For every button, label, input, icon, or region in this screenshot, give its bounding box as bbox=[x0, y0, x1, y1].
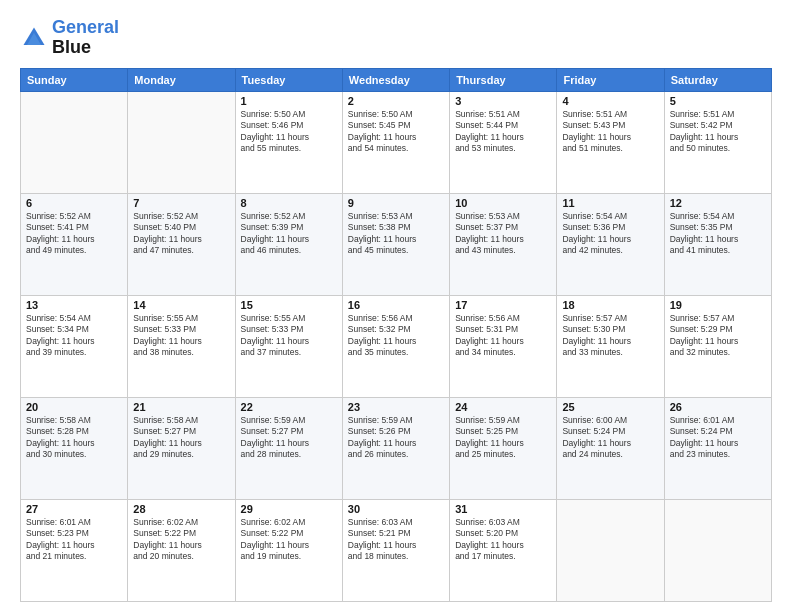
day-info: Sunrise: 5:53 AM Sunset: 5:37 PM Dayligh… bbox=[455, 211, 551, 257]
day-info: Sunrise: 5:55 AM Sunset: 5:33 PM Dayligh… bbox=[241, 313, 337, 359]
calendar-table: SundayMondayTuesdayWednesdayThursdayFrid… bbox=[20, 68, 772, 602]
day-info: Sunrise: 5:54 AM Sunset: 5:36 PM Dayligh… bbox=[562, 211, 658, 257]
calendar-cell: 21Sunrise: 5:58 AM Sunset: 5:27 PM Dayli… bbox=[128, 397, 235, 499]
day-info: Sunrise: 5:56 AM Sunset: 5:31 PM Dayligh… bbox=[455, 313, 551, 359]
day-info: Sunrise: 5:59 AM Sunset: 5:25 PM Dayligh… bbox=[455, 415, 551, 461]
day-number: 10 bbox=[455, 197, 551, 209]
calendar-cell: 9Sunrise: 5:53 AM Sunset: 5:38 PM Daylig… bbox=[342, 193, 449, 295]
day-info: Sunrise: 5:50 AM Sunset: 5:45 PM Dayligh… bbox=[348, 109, 444, 155]
day-number: 8 bbox=[241, 197, 337, 209]
day-number: 22 bbox=[241, 401, 337, 413]
calendar-cell bbox=[128, 91, 235, 193]
calendar-cell: 14Sunrise: 5:55 AM Sunset: 5:33 PM Dayli… bbox=[128, 295, 235, 397]
day-info: Sunrise: 5:55 AM Sunset: 5:33 PM Dayligh… bbox=[133, 313, 229, 359]
calendar-cell: 11Sunrise: 5:54 AM Sunset: 5:36 PM Dayli… bbox=[557, 193, 664, 295]
day-number: 24 bbox=[455, 401, 551, 413]
calendar-cell: 15Sunrise: 5:55 AM Sunset: 5:33 PM Dayli… bbox=[235, 295, 342, 397]
calendar-cell: 10Sunrise: 5:53 AM Sunset: 5:37 PM Dayli… bbox=[450, 193, 557, 295]
day-info: Sunrise: 5:51 AM Sunset: 5:44 PM Dayligh… bbox=[455, 109, 551, 155]
day-number: 20 bbox=[26, 401, 122, 413]
logo-icon bbox=[20, 24, 48, 52]
day-number: 4 bbox=[562, 95, 658, 107]
calendar-cell bbox=[557, 499, 664, 601]
day-number: 2 bbox=[348, 95, 444, 107]
day-number: 14 bbox=[133, 299, 229, 311]
calendar-cell: 23Sunrise: 5:59 AM Sunset: 5:26 PM Dayli… bbox=[342, 397, 449, 499]
calendar-cell: 31Sunrise: 6:03 AM Sunset: 5:20 PM Dayli… bbox=[450, 499, 557, 601]
day-info: Sunrise: 5:59 AM Sunset: 5:26 PM Dayligh… bbox=[348, 415, 444, 461]
day-info: Sunrise: 5:58 AM Sunset: 5:28 PM Dayligh… bbox=[26, 415, 122, 461]
calendar-cell: 7Sunrise: 5:52 AM Sunset: 5:40 PM Daylig… bbox=[128, 193, 235, 295]
day-info: Sunrise: 6:00 AM Sunset: 5:24 PM Dayligh… bbox=[562, 415, 658, 461]
day-number: 6 bbox=[26, 197, 122, 209]
day-number: 16 bbox=[348, 299, 444, 311]
calendar-cell: 29Sunrise: 6:02 AM Sunset: 5:22 PM Dayli… bbox=[235, 499, 342, 601]
logo-text: GeneralBlue bbox=[52, 18, 119, 58]
calendar-cell: 8Sunrise: 5:52 AM Sunset: 5:39 PM Daylig… bbox=[235, 193, 342, 295]
calendar-cell: 2Sunrise: 5:50 AM Sunset: 5:45 PM Daylig… bbox=[342, 91, 449, 193]
calendar-header-row: SundayMondayTuesdayWednesdayThursdayFrid… bbox=[21, 68, 772, 91]
day-number: 28 bbox=[133, 503, 229, 515]
calendar-cell bbox=[21, 91, 128, 193]
day-number: 31 bbox=[455, 503, 551, 515]
day-number: 9 bbox=[348, 197, 444, 209]
calendar-cell: 18Sunrise: 5:57 AM Sunset: 5:30 PM Dayli… bbox=[557, 295, 664, 397]
calendar-cell: 13Sunrise: 5:54 AM Sunset: 5:34 PM Dayli… bbox=[21, 295, 128, 397]
calendar-cell: 12Sunrise: 5:54 AM Sunset: 5:35 PM Dayli… bbox=[664, 193, 771, 295]
weekday-header: Tuesday bbox=[235, 68, 342, 91]
day-info: Sunrise: 6:03 AM Sunset: 5:21 PM Dayligh… bbox=[348, 517, 444, 563]
day-number: 26 bbox=[670, 401, 766, 413]
day-info: Sunrise: 5:56 AM Sunset: 5:32 PM Dayligh… bbox=[348, 313, 444, 359]
day-info: Sunrise: 5:58 AM Sunset: 5:27 PM Dayligh… bbox=[133, 415, 229, 461]
day-number: 15 bbox=[241, 299, 337, 311]
calendar-week-row: 1Sunrise: 5:50 AM Sunset: 5:46 PM Daylig… bbox=[21, 91, 772, 193]
day-number: 3 bbox=[455, 95, 551, 107]
day-number: 13 bbox=[26, 299, 122, 311]
calendar-cell: 22Sunrise: 5:59 AM Sunset: 5:27 PM Dayli… bbox=[235, 397, 342, 499]
calendar-cell: 24Sunrise: 5:59 AM Sunset: 5:25 PM Dayli… bbox=[450, 397, 557, 499]
header: GeneralBlue bbox=[20, 18, 772, 58]
weekday-header: Thursday bbox=[450, 68, 557, 91]
weekday-header: Friday bbox=[557, 68, 664, 91]
day-info: Sunrise: 6:02 AM Sunset: 5:22 PM Dayligh… bbox=[133, 517, 229, 563]
day-number: 19 bbox=[670, 299, 766, 311]
day-number: 12 bbox=[670, 197, 766, 209]
day-number: 27 bbox=[26, 503, 122, 515]
day-info: Sunrise: 5:54 AM Sunset: 5:35 PM Dayligh… bbox=[670, 211, 766, 257]
calendar-week-row: 20Sunrise: 5:58 AM Sunset: 5:28 PM Dayli… bbox=[21, 397, 772, 499]
day-number: 17 bbox=[455, 299, 551, 311]
calendar-cell: 19Sunrise: 5:57 AM Sunset: 5:29 PM Dayli… bbox=[664, 295, 771, 397]
day-number: 11 bbox=[562, 197, 658, 209]
day-info: Sunrise: 5:52 AM Sunset: 5:39 PM Dayligh… bbox=[241, 211, 337, 257]
calendar-cell: 5Sunrise: 5:51 AM Sunset: 5:42 PM Daylig… bbox=[664, 91, 771, 193]
calendar-cell: 26Sunrise: 6:01 AM Sunset: 5:24 PM Dayli… bbox=[664, 397, 771, 499]
logo: GeneralBlue bbox=[20, 18, 119, 58]
day-info: Sunrise: 5:54 AM Sunset: 5:34 PM Dayligh… bbox=[26, 313, 122, 359]
day-info: Sunrise: 5:52 AM Sunset: 5:41 PM Dayligh… bbox=[26, 211, 122, 257]
calendar-cell: 25Sunrise: 6:00 AM Sunset: 5:24 PM Dayli… bbox=[557, 397, 664, 499]
day-info: Sunrise: 6:03 AM Sunset: 5:20 PM Dayligh… bbox=[455, 517, 551, 563]
day-info: Sunrise: 5:51 AM Sunset: 5:43 PM Dayligh… bbox=[562, 109, 658, 155]
day-info: Sunrise: 5:57 AM Sunset: 5:30 PM Dayligh… bbox=[562, 313, 658, 359]
day-info: Sunrise: 6:01 AM Sunset: 5:23 PM Dayligh… bbox=[26, 517, 122, 563]
day-info: Sunrise: 6:02 AM Sunset: 5:22 PM Dayligh… bbox=[241, 517, 337, 563]
calendar-cell: 6Sunrise: 5:52 AM Sunset: 5:41 PM Daylig… bbox=[21, 193, 128, 295]
page: GeneralBlue SundayMondayTuesdayWednesday… bbox=[0, 0, 792, 612]
calendar-cell: 17Sunrise: 5:56 AM Sunset: 5:31 PM Dayli… bbox=[450, 295, 557, 397]
calendar-week-row: 13Sunrise: 5:54 AM Sunset: 5:34 PM Dayli… bbox=[21, 295, 772, 397]
day-number: 29 bbox=[241, 503, 337, 515]
calendar-week-row: 6Sunrise: 5:52 AM Sunset: 5:41 PM Daylig… bbox=[21, 193, 772, 295]
day-number: 5 bbox=[670, 95, 766, 107]
calendar-cell: 30Sunrise: 6:03 AM Sunset: 5:21 PM Dayli… bbox=[342, 499, 449, 601]
day-info: Sunrise: 5:57 AM Sunset: 5:29 PM Dayligh… bbox=[670, 313, 766, 359]
calendar-cell: 27Sunrise: 6:01 AM Sunset: 5:23 PM Dayli… bbox=[21, 499, 128, 601]
day-info: Sunrise: 5:59 AM Sunset: 5:27 PM Dayligh… bbox=[241, 415, 337, 461]
weekday-header: Wednesday bbox=[342, 68, 449, 91]
day-info: Sunrise: 5:52 AM Sunset: 5:40 PM Dayligh… bbox=[133, 211, 229, 257]
day-info: Sunrise: 6:01 AM Sunset: 5:24 PM Dayligh… bbox=[670, 415, 766, 461]
calendar-cell bbox=[664, 499, 771, 601]
calendar-cell: 28Sunrise: 6:02 AM Sunset: 5:22 PM Dayli… bbox=[128, 499, 235, 601]
day-number: 25 bbox=[562, 401, 658, 413]
day-number: 30 bbox=[348, 503, 444, 515]
day-number: 7 bbox=[133, 197, 229, 209]
